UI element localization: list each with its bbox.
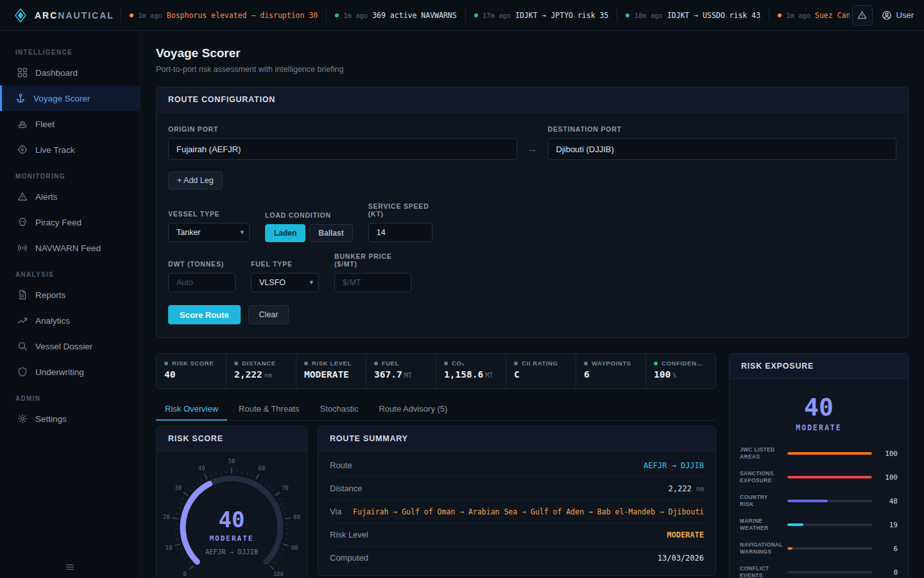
summary-row-via: Via Fujairah → Gulf of Oman → Arabian Se… [330, 500, 704, 523]
exposure-bar-fill [787, 452, 872, 455]
ticker-dot [626, 13, 629, 17]
fuel-type-select[interactable]: VLSFO [251, 273, 319, 292]
sidebar-item-navwarn-feed[interactable]: NAVWARN Feed [0, 235, 140, 261]
exposure-bar [787, 476, 872, 478]
stat-confidence: CONFIDENCE 100% [646, 354, 715, 389]
nav-section-title: ADMIN [15, 395, 140, 402]
sidebar-item-live-track[interactable]: Live Track [0, 137, 140, 162]
load-condition-ballast-button[interactable]: Ballast [309, 224, 352, 242]
exposure-bar-fill [787, 500, 828, 502]
stat-dot [304, 362, 308, 365]
search-icon [17, 341, 28, 351]
load-condition-laden-button[interactable]: Laden [265, 224, 305, 242]
vessel-type-label: VESSEL TYPE [168, 210, 250, 218]
sidebar-item-piracy-feed[interactable]: Piracy Feed [0, 209, 140, 235]
summary-row-distance: Distance 2,222 nm [330, 477, 704, 500]
sidebar-item-analytics[interactable]: Analytics [0, 308, 140, 333]
svg-text:60: 60 [258, 465, 265, 471]
stat-dot [234, 362, 238, 365]
svg-text:70: 70 [282, 485, 289, 491]
summary-row-computed: Computed 13/03/2026 [330, 547, 704, 569]
clear-button[interactable]: Clear [248, 305, 289, 324]
route-configuration-card: ROUTE CONFIGURATION ORIGIN PORT → DESTIN… [156, 87, 909, 338]
ticker-item[interactable]: 1m ago Suez Canal [769, 8, 849, 22]
service-speed-label: SERVICE SPEED (KT) [368, 202, 432, 218]
hamburger-icon [64, 563, 76, 572]
service-speed-input[interactable] [368, 223, 432, 242]
user-icon [882, 10, 892, 21]
destination-port-input[interactable] [548, 138, 897, 160]
sidebar-item-settings[interactable]: Settings [0, 406, 140, 432]
svg-text:40: 40 [198, 465, 205, 471]
sidebar-item-voyage-scorer[interactable]: Voyage Scorer [0, 85, 140, 111]
ticker-item[interactable]: 17m ago IDJKT → JPTYO risk 35 [465, 8, 617, 22]
svg-text:0: 0 [183, 571, 186, 577]
main-content: Voyage Scorer Port-to-port risk assessme… [141, 31, 924, 578]
stat-dot [444, 362, 448, 365]
file-icon [17, 290, 28, 300]
svg-text:20: 20 [163, 514, 170, 520]
anchor-icon [15, 93, 26, 103]
alerts-button[interactable] [852, 5, 873, 26]
score-route-button[interactable]: Score Route [168, 305, 241, 324]
shield-icon [17, 367, 28, 377]
ticker-dot [335, 13, 339, 17]
sidebar-item-reports[interactable]: Reports [0, 282, 140, 308]
exposure-bar-fill [787, 476, 872, 478]
ticker-item[interactable]: 18m ago IDJKT → USSDO risk 43 [617, 8, 769, 22]
summary-row-risk-level: Risk Level MODERATE [330, 523, 704, 547]
sidebar-item-underwriting[interactable]: Underwriting [0, 359, 140, 385]
stat-risk-level: RISK LEVEL MODERATE [296, 354, 366, 389]
ticker-time: 17m ago [483, 12, 511, 19]
ticker-text: IDJKT → JPTYO risk 35 [515, 11, 608, 20]
ticker-dot [130, 13, 133, 17]
sidebar-item-vessel-dossier[interactable]: Vessel Dossier [0, 333, 140, 359]
stat-dot [654, 362, 658, 365]
gear-icon [17, 414, 28, 424]
exposure-bar-fill [787, 523, 803, 526]
bunker-price-input[interactable] [334, 273, 411, 292]
nav-section-title: ANALYSIS [15, 271, 140, 278]
vessel-type-select[interactable]: Tanker [168, 223, 250, 242]
exposure-row: CONFLICT EVENTS 0 [740, 563, 898, 578]
exposure-row: COUNTRY RISK 48 [740, 491, 898, 511]
ticker-item[interactable]: 1m ago Bosphorus elevated — disruption 3… [121, 8, 326, 22]
ticker-time: 18m ago [634, 12, 662, 19]
ship-icon [17, 119, 28, 129]
alert-triangle-icon [857, 10, 867, 20]
sidebar-item-fleet[interactable]: Fleet [0, 111, 140, 137]
tab-route-threats[interactable]: Route & Threats [230, 399, 308, 421]
ticker-dot [474, 13, 478, 17]
nav-section-title: MONITORING [15, 173, 140, 180]
svg-text:90: 90 [291, 545, 298, 551]
ticker-text: IDJKT → USSDO risk 43 [667, 11, 760, 20]
brand-logo[interactable]: ARCNAUTICAL [13, 8, 121, 23]
page-subtitle: Port-to-port risk assessment with intell… [156, 65, 909, 74]
origin-port-input[interactable] [168, 138, 517, 160]
svg-text:50: 50 [228, 458, 235, 464]
route-arrow-icon: → [517, 138, 548, 160]
sidebar-item-alerts[interactable]: Alerts [0, 184, 140, 209]
dwt-label: DWT (TONNES) [168, 260, 235, 268]
stat-cii-rating: CII RATING C [506, 354, 576, 389]
tab-route-advisory[interactable]: Route Advisory (5) [370, 399, 456, 421]
tab-stochastic[interactable]: Stochastic [311, 399, 368, 421]
dwt-input[interactable] [168, 273, 235, 292]
ticker-time: 1m ago [343, 12, 368, 19]
sidebar-collapse-button[interactable] [0, 563, 140, 572]
ticker-item[interactable]: 1m ago 369 active NAVWARNS [326, 8, 465, 22]
sidebar-item-dashboard[interactable]: Dashboard [0, 60, 140, 85]
stat-co2: CO₂ 1,158.6MT [436, 354, 506, 389]
user-menu[interactable]: User [882, 10, 914, 21]
user-label: User [896, 10, 914, 20]
add-leg-button[interactable]: + Add Leg [168, 171, 223, 189]
stat-risk-score: RISK SCORE 40 [157, 354, 227, 389]
exposure-row: JWC LISTED AREAS 100 [740, 444, 898, 463]
exposure-row: NAVIGATIONAL WARNINGS 6 [740, 539, 898, 558]
exposure-bar [787, 571, 872, 574]
svg-text:10: 10 [166, 545, 173, 551]
route-configuration-header: ROUTE CONFIGURATION [157, 87, 908, 112]
tab-risk-overview[interactable]: Risk Overview [156, 399, 227, 421]
risk-score-card: RISK SCORE 0102030405060708090100 40 MOD… [156, 426, 307, 578]
news-ticker: 1m ago Bosphorus elevated — disruption 3… [121, 8, 850, 22]
